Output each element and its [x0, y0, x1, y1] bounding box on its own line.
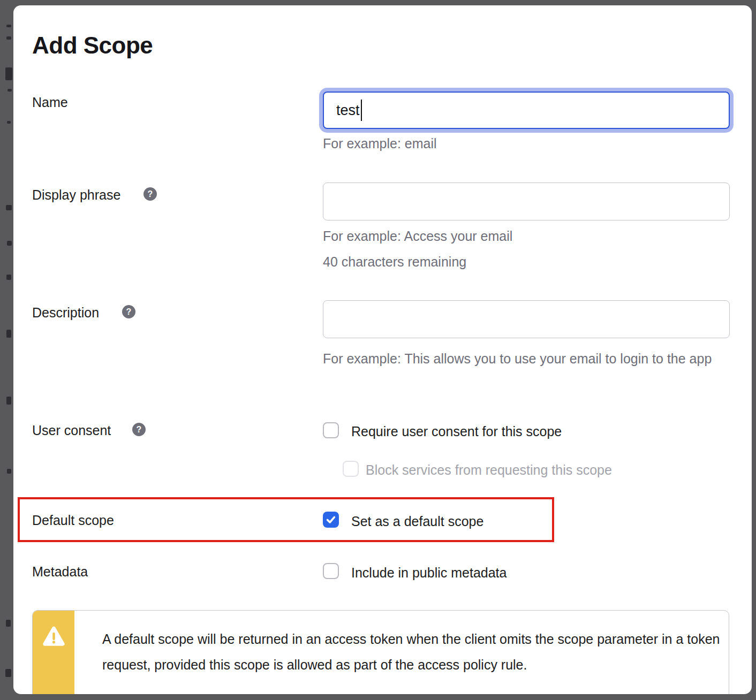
- text-cursor: [361, 100, 362, 121]
- obscured-background-text-fragment: [6, 620, 11, 627]
- include-public-metadata-checkbox[interactable]: [323, 563, 339, 579]
- default-scope-warning-banner: A default scope will be returned in an a…: [32, 610, 729, 694]
- warning-triangle-icon: [42, 626, 66, 648]
- obscured-background-text-fragment: [7, 241, 12, 246]
- default-scope-label: Default scope: [32, 513, 114, 528]
- obscured-background-text-fragment: [7, 469, 11, 474]
- description-hint: For example: This allows you to use your…: [323, 346, 722, 372]
- set-default-scope-checkbox[interactable]: [323, 512, 339, 528]
- help-icon[interactable]: ?: [143, 187, 157, 201]
- obscured-background-text-fragment: [6, 330, 11, 338]
- metadata-label: Metadata: [32, 564, 88, 580]
- add-scope-dialog: Add Scope Name test For example: email D…: [13, 5, 752, 694]
- require-user-consent-checkbox[interactable]: [323, 422, 339, 438]
- include-public-metadata-checkbox-label[interactable]: Include in public metadata: [351, 565, 506, 581]
- name-input[interactable]: test: [323, 92, 730, 129]
- obscured-background-text-fragment: [6, 36, 11, 40]
- characters-remaining-counter: 40 characters remaining: [323, 254, 466, 270]
- warning-text: A default scope will be returned in an a…: [102, 627, 721, 678]
- description-label: Description: [32, 305, 99, 321]
- require-user-consent-checkbox-label[interactable]: Require user consent for this scope: [351, 424, 562, 439]
- display-phrase-hint: For example: Access your email: [323, 229, 512, 244]
- warning-stripe: [33, 611, 74, 694]
- display-phrase-input[interactable]: [323, 182, 730, 220]
- user-consent-label: User consent: [32, 423, 111, 438]
- modal-overlay: { "dialog": { "title": "Add Scope" }, "f…: [0, 0, 756, 700]
- help-icon[interactable]: ?: [122, 305, 135, 318]
- obscured-background-text-fragment: [6, 25, 11, 27]
- obscured-background-text-fragment: [7, 89, 12, 92]
- obscured-background-text-fragment: [6, 397, 11, 405]
- block-services-checkbox-label: Block services from requesting this scop…: [366, 462, 612, 478]
- name-hint: For example: email: [323, 136, 437, 151]
- obscured-background-text-fragment: [7, 121, 11, 124]
- obscured-background-text-fragment: [6, 205, 12, 210]
- obscured-background-text-fragment: [6, 275, 11, 280]
- checkmark-icon: [325, 514, 337, 526]
- description-input[interactable]: [323, 300, 730, 338]
- name-label: Name: [32, 95, 68, 110]
- help-icon[interactable]: ?: [132, 423, 146, 436]
- dialog-title: Add Scope: [32, 32, 153, 59]
- block-services-checkbox: [343, 461, 359, 477]
- display-phrase-label: Display phrase: [32, 187, 120, 203]
- name-input-value: test: [336, 102, 360, 119]
- obscured-background-text-fragment: [5, 67, 12, 80]
- set-default-scope-checkbox-label[interactable]: Set as a default scope: [351, 514, 483, 529]
- obscured-background-text-fragment: [5, 669, 11, 677]
